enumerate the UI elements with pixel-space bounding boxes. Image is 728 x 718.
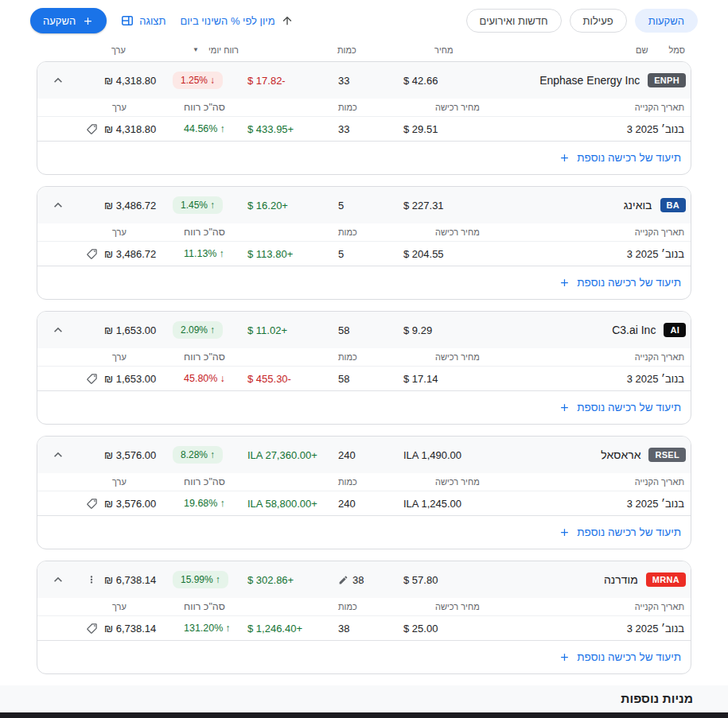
total-pct-arrow: ↑: [225, 623, 230, 634]
lot-qty: 5: [329, 248, 383, 260]
holding-main-row: ₪ 6,738.14 15.99% ↑ $ 302.86+ 38 $ 57.80: [37, 561, 691, 598]
tab-activity[interactable]: פעילות: [570, 9, 627, 33]
total-pct-arrow: ↑: [219, 248, 224, 259]
add-purchase-button[interactable]: תיעוד של רכישה נוספת: [559, 651, 681, 663]
add-purchase-button[interactable]: תיעוד של רכישה נוספת: [559, 277, 681, 289]
lot-value: ₪ 1,653.00: [104, 373, 156, 385]
sub-header-total-profit: סה"כ רווח: [168, 601, 241, 612]
chevron-up-icon: [50, 197, 66, 213]
sub-header-purchase-price: מחיר רכישה: [383, 477, 472, 487]
add-purchase-label: תיעוד של רכישה נוספת: [577, 526, 681, 538]
tab-label: השקעות: [648, 15, 684, 27]
daily-pct: 15.99%: [181, 574, 213, 585]
collapse-button[interactable]: [37, 322, 79, 338]
sub-header-total-profit: סה"כ רווח: [168, 102, 241, 113]
symbol-badge[interactable]: ENPH: [648, 73, 686, 87]
sub-header-total-profit: סה"כ רווח: [168, 351, 241, 363]
add-purchase-row: תיעוד של רכישה נוספת: [37, 391, 691, 424]
lot-value: ₪ 6,738.14: [104, 623, 156, 635]
column-header-label: רווח יומי: [208, 45, 239, 55]
column-header-symbol: סמל: [669, 45, 685, 55]
lot-purchase-price: ILA 1,245.00: [383, 498, 472, 510]
sub-header-qty: כמות: [329, 602, 383, 611]
holding-value: ₪ 6,738.14: [104, 574, 156, 586]
total-pct-value: 131.20%: [184, 623, 223, 634]
daily-change: $ 11.02+: [241, 324, 329, 336]
kebab-icon[interactable]: [86, 574, 97, 585]
plus-icon: [559, 651, 570, 663]
total-pct-value: 44.56%: [184, 123, 217, 134]
add-purchase-button[interactable]: תיעוד של רכישה נוספת: [559, 402, 681, 413]
symbol-badge[interactable]: RSEL: [648, 448, 686, 462]
daily-pct-arrow: ↑: [210, 324, 215, 336]
sub-header-purchase-date: תאריך הקנייה: [472, 227, 691, 237]
add-purchase-row: תיעוד של רכישה נוספת: [37, 641, 691, 673]
holding-value-cell: ₪ 3,576.00: [79, 447, 168, 463]
holding-price: $ 57.80: [383, 574, 472, 586]
holding-value: ₪ 4,318.80: [104, 75, 156, 87]
holding-qty: 58: [338, 324, 349, 336]
sort-button[interactable]: מיון לפי % השינוי ביום: [180, 14, 293, 27]
add-purchase-button[interactable]: תיעוד של רכישה נוספת: [559, 152, 681, 164]
daily-pct-badge: 1.25% ↓: [173, 72, 223, 89]
lot-purchase-price: $ 29.51: [383, 123, 472, 135]
collapse-button[interactable]: [37, 572, 79, 588]
symbol-badge[interactable]: AI: [664, 323, 686, 337]
total-pct: 45.80% ↓: [184, 373, 225, 384]
pencil-icon[interactable]: [338, 575, 348, 585]
total-change: $ 455.30-: [241, 373, 329, 385]
tag-icon: [86, 123, 98, 135]
stock-name: מודרנה: [604, 573, 638, 586]
portfolio-page: השקעות פעילות חדשות ואירועים מיון לפי % …: [0, 0, 728, 718]
daily-change: $ 17.82-: [241, 75, 329, 87]
daily-pct: 1.45%: [181, 200, 208, 211]
tab-investments[interactable]: השקעות: [635, 9, 698, 33]
holding-price: $ 42.66: [383, 75, 472, 87]
column-header-name-symbol: שם סמל: [471, 45, 691, 55]
total-change: $ 1,246.40+: [241, 623, 329, 635]
purchase-lot-row: ₪ 1,653.00 45.80% ↓ $ 455.30- 58 $ 17.14…: [37, 367, 691, 391]
symbol-badge[interactable]: BA: [660, 198, 687, 212]
holding-main-row: ₪ 3,576.00 8.28% ↑ ILA 27,360.00+ 240 IL…: [37, 437, 691, 473]
holding-card: ₪ 3,486.72 1.45% ↑ $ 16.20+ 5 $ 227.31 ב…: [37, 186, 691, 300]
sub-header-value: ערך: [79, 477, 168, 487]
lot-qty: 240: [329, 498, 383, 510]
tab-label: חדשות ואירועים: [480, 15, 548, 27]
topbar: השקעות פעילות חדשות ואירועים מיון לפי % …: [30, 8, 698, 33]
sub-header-qty: כמות: [329, 103, 383, 112]
lot-purchase-price: $ 204.55: [383, 248, 472, 260]
collapse-button[interactable]: [37, 197, 79, 213]
view-button[interactable]: תצוגה: [121, 14, 165, 27]
chevron-up-icon: [50, 322, 66, 338]
holding-value: ₪ 3,486.72: [104, 200, 156, 212]
holding-price: $ 227.31: [383, 200, 472, 212]
lot-qty: 58: [329, 373, 383, 385]
lot-purchase-date: 3 בנוב׳ 2025: [472, 248, 691, 260]
purchase-subheader-row: ערך סה"כ רווח כמות מחיר רכישה תאריך הקני…: [37, 99, 691, 117]
total-pct-arrow: ↓: [220, 373, 224, 384]
collapse-button[interactable]: [37, 72, 79, 88]
holding-value-cell: ₪ 1,653.00: [79, 322, 168, 338]
column-header-qty: כמות: [328, 45, 382, 55]
add-purchase-label: תיעוד של רכישה נוספת: [577, 152, 681, 164]
total-pct-arrow: ↑: [220, 498, 224, 509]
holding-value-cell: ₪ 3,486.72: [79, 197, 168, 213]
daily-pct-badge: 8.28% ↑: [173, 446, 223, 464]
add-purchase-button[interactable]: תיעוד של רכישה נוספת: [559, 526, 681, 538]
add-investment-button[interactable]: השקעה: [30, 8, 107, 33]
tag-icon: [86, 248, 98, 260]
sub-header-qty: כמות: [329, 227, 383, 237]
stock-name: C3.ai Inc: [612, 324, 656, 336]
daily-pct-badge: 2.09% ↑: [173, 321, 223, 339]
tab-news-events[interactable]: חדשות ואירועים: [466, 9, 562, 33]
symbol-badge[interactable]: MRNA: [646, 572, 686, 587]
holding-main-row: ₪ 3,486.72 1.45% ↑ $ 16.20+ 5 $ 227.31 ב…: [37, 187, 691, 223]
purchase-subheader-row: ערך סה"כ רווח כמות מחיר רכישה תאריך הקני…: [37, 598, 691, 616]
purchase-subheader-row: ערך סה"כ רווח כמות מחיר רכישה תאריך הקני…: [37, 473, 691, 491]
total-pct-arrow: ↑: [220, 123, 224, 134]
holding-card: ₪ 3,576.00 8.28% ↑ ILA 27,360.00+ 240 IL…: [37, 436, 691, 549]
add-purchase-row: תיעוד של רכישה נוספת: [37, 142, 691, 174]
sub-header-total-profit: סה"כ רווח: [168, 227, 241, 238]
column-header-daily-profit[interactable]: ▼ רווח יומי: [167, 45, 240, 55]
collapse-button[interactable]: [37, 447, 79, 463]
